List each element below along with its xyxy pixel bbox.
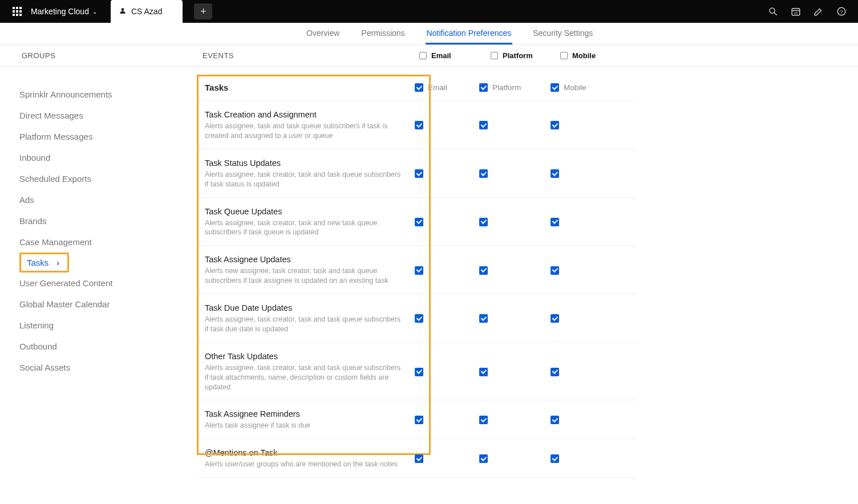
checkbox-event-platform[interactable] xyxy=(479,169,488,178)
event-desc: Alerts assignee, task creator, task and … xyxy=(205,315,406,334)
checkbox-event-mobile[interactable] xyxy=(551,454,559,463)
event-desc: Alerts user/user groups who are mentione… xyxy=(205,460,406,469)
event-desc: Alerts assignee, task creator, task and … xyxy=(205,170,406,189)
checkbox-section-mobile[interactable] xyxy=(551,83,559,92)
event-title: @Mentions on Task xyxy=(205,448,406,457)
person-icon xyxy=(119,7,127,17)
checkbox-event-platform[interactable] xyxy=(479,266,488,275)
section-mobile-label: Mobile xyxy=(564,83,586,92)
sidebar-item-global-master-calendar[interactable]: Global Master Calendar xyxy=(19,294,185,315)
sidebar-item-tasks[interactable]: Tasks › xyxy=(19,253,69,273)
checkbox-event-email[interactable] xyxy=(415,266,423,275)
sidebar-item-listening[interactable]: Listening xyxy=(19,315,185,336)
event-desc: Alerts assignee, task creator, task and … xyxy=(205,363,406,392)
tab-security-settings[interactable]: Security Settings xyxy=(532,23,594,44)
event-title: Task Assignee Reminders xyxy=(205,409,406,418)
sidebar-item-scheduled-exports[interactable]: Scheduled Exports xyxy=(19,168,185,189)
col-header-mobile-label: Mobile xyxy=(572,51,596,60)
add-tab-button[interactable]: + xyxy=(194,3,212,19)
checkbox-event-mobile[interactable] xyxy=(551,121,559,129)
sidebar-item-case-management[interactable]: Case Management xyxy=(19,231,185,253)
svg-line-2 xyxy=(774,13,777,15)
checkbox-event-email[interactable] xyxy=(415,121,423,129)
checkbox-event-email[interactable] xyxy=(415,218,423,226)
help-icon[interactable]: ? xyxy=(836,6,847,17)
checkbox-event-platform[interactable] xyxy=(479,218,488,226)
sidebar-item-social-assets[interactable]: Social Assets xyxy=(19,357,185,378)
checkbox-event-platform[interactable] xyxy=(479,314,488,323)
checkbox-event-mobile[interactable] xyxy=(551,266,559,275)
chevron-down-icon: ⌄ xyxy=(92,9,97,15)
chevron-right-icon: › xyxy=(56,258,59,267)
sidebar-item-ads[interactable]: Ads xyxy=(19,189,185,210)
workspace-dropdown[interactable]: Marketing Cloud ⌄ xyxy=(31,7,97,16)
col-header-groups: GROUPS xyxy=(0,51,203,60)
checkbox-event-platform[interactable] xyxy=(479,121,488,129)
subnav: Overview Permissions Notification Prefer… xyxy=(0,23,858,45)
checkbox-event-platform[interactable] xyxy=(479,454,488,463)
tab-label: CS Azad xyxy=(131,7,162,16)
event-row: Task Assignee RemindersAlerts task assig… xyxy=(197,400,636,439)
checkbox-section-platform[interactable] xyxy=(479,83,488,92)
event-row: Task Status UpdatesAlerts assignee, task… xyxy=(197,149,636,198)
event-title: Other Task Updates xyxy=(205,352,406,361)
checkbox-event-mobile[interactable] xyxy=(551,416,559,424)
svg-point-0 xyxy=(122,8,124,11)
checkbox-event-email[interactable] xyxy=(415,454,423,463)
event-title: Task Assignee Updates xyxy=(205,255,406,264)
apps-grid-icon[interactable] xyxy=(13,7,22,16)
checkbox-platform-all[interactable] xyxy=(491,52,498,59)
event-desc: Alerts task assignee if task is due xyxy=(205,421,406,430)
tab-notification-preferences[interactable]: Notification Preferences xyxy=(426,23,513,44)
col-header-platform-label: Platform xyxy=(503,51,533,60)
checkbox-mobile-all[interactable] xyxy=(560,52,568,59)
checkbox-email-all[interactable] xyxy=(419,52,427,59)
col-header-events: EVENTS xyxy=(203,51,419,60)
edit-icon[interactable] xyxy=(814,6,824,17)
search-icon[interactable] xyxy=(768,6,778,17)
event-title: Task Queue Updates xyxy=(205,207,406,216)
sidebar-item-direct-messages[interactable]: Direct Messages xyxy=(19,105,185,126)
col-header-platform: Platform xyxy=(491,51,560,60)
col-header-mobile: Mobile xyxy=(560,51,632,60)
sidebar-item-announcements[interactable]: Sprinklr Announcements xyxy=(19,84,185,105)
sidebar-item-brands[interactable]: Brands xyxy=(19,210,185,231)
checkbox-event-platform[interactable] xyxy=(479,416,488,424)
section-title: Tasks xyxy=(197,83,415,92)
event-title: Task Due Date Updates xyxy=(205,303,406,312)
checkbox-event-email[interactable] xyxy=(415,368,423,376)
checkbox-event-email[interactable] xyxy=(415,314,423,323)
event-title: Task Creation and Assignment xyxy=(205,110,406,119)
col-header-email: Email xyxy=(419,51,491,60)
checkbox-event-mobile[interactable] xyxy=(551,314,559,323)
tab-permissions[interactable]: Permissions xyxy=(360,23,406,44)
tab-overview[interactable]: Overview xyxy=(305,23,341,44)
calendar-icon[interactable]: 16 xyxy=(791,6,801,17)
section-email-label: Email xyxy=(428,83,447,92)
svg-text:16: 16 xyxy=(794,11,798,15)
sidebar-item-outbound[interactable]: Outbound xyxy=(19,336,185,357)
event-desc: Alerts assignee, task and task queue sub… xyxy=(205,121,406,141)
checkbox-event-mobile[interactable] xyxy=(551,169,559,178)
checkbox-event-mobile[interactable] xyxy=(551,368,559,376)
workspace-label: Marketing Cloud xyxy=(31,7,89,16)
content: Tasks Email Platform Mobile Task Creatio… xyxy=(197,67,858,478)
svg-point-1 xyxy=(770,8,775,13)
event-row: Other Task UpdatesAlerts assignee, task … xyxy=(197,343,636,401)
column-headers: GROUPS EVENTS Email Platform Mobile xyxy=(0,45,858,67)
checkbox-section-email[interactable] xyxy=(415,83,423,92)
checkbox-event-email[interactable] xyxy=(415,416,423,424)
checkbox-event-mobile[interactable] xyxy=(551,218,559,226)
col-header-email-label: Email xyxy=(431,51,451,60)
sidebar-item-inbound[interactable]: Inbound xyxy=(19,147,185,168)
event-row: Task Due Date UpdatesAlerts assignee, ta… xyxy=(197,294,636,343)
sidebar-item-ugc[interactable]: User Generated Content xyxy=(19,273,185,294)
sidebar: Sprinklr Announcements Direct Messages P… xyxy=(0,67,197,478)
sidebar-item-platform-messages[interactable]: Platform Messages xyxy=(19,126,185,147)
event-desc: Alerts assignee, task creator, task and … xyxy=(205,218,406,238)
tab-active[interactable]: CS Azad xyxy=(111,0,183,23)
event-row: Task Creation and AssignmentAlerts assig… xyxy=(197,101,636,149)
event-row: Task Queue UpdatesAlerts assignee, task … xyxy=(197,198,636,246)
checkbox-event-email[interactable] xyxy=(415,169,423,178)
checkbox-event-platform[interactable] xyxy=(479,368,488,376)
